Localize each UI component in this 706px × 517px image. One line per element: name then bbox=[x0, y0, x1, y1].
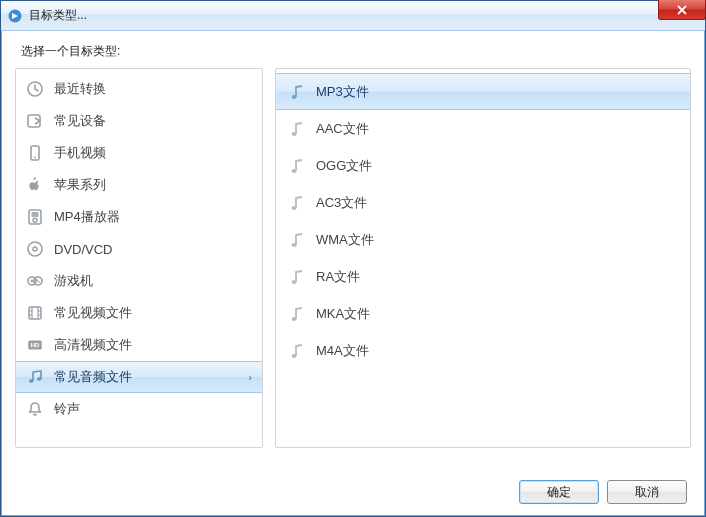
format-item[interactable]: OGG文件 bbox=[276, 147, 690, 184]
cancel-button[interactable]: 取消 bbox=[607, 480, 687, 504]
device-out-icon bbox=[26, 112, 44, 130]
title-bar: 目标类型... bbox=[1, 1, 705, 31]
music-note-icon bbox=[288, 120, 306, 138]
format-label: MKA文件 bbox=[316, 305, 370, 323]
chevron-right-icon: › bbox=[248, 371, 252, 383]
category-label: 常见视频文件 bbox=[54, 304, 132, 322]
category-item[interactable]: DVD/VCD bbox=[16, 233, 262, 265]
format-list: MP3文件AAC文件OGG文件AC3文件WMA文件RA文件MKA文件M4A文件 bbox=[276, 69, 690, 373]
category-label: 游戏机 bbox=[54, 272, 93, 290]
player-icon bbox=[26, 208, 44, 226]
bell-icon bbox=[26, 400, 44, 418]
format-label: AAC文件 bbox=[316, 120, 369, 138]
phone-icon bbox=[26, 144, 44, 162]
format-label: MP3文件 bbox=[316, 83, 369, 101]
category-label: DVD/VCD bbox=[54, 242, 113, 257]
category-label: 最近转换 bbox=[54, 80, 106, 98]
category-item[interactable]: 苹果系列 bbox=[16, 169, 262, 201]
category-panel: 最近转换常见设备手机视频苹果系列MP4播放器DVD/VCD游戏机常见视频文件高清… bbox=[15, 68, 263, 448]
category-item[interactable]: 铃声 bbox=[16, 393, 262, 425]
close-icon bbox=[677, 5, 687, 15]
music-note-icon bbox=[288, 83, 306, 101]
music-note-icon bbox=[288, 231, 306, 249]
category-label: 手机视频 bbox=[54, 144, 106, 162]
category-list: 最近转换常见设备手机视频苹果系列MP4播放器DVD/VCD游戏机常见视频文件高清… bbox=[16, 69, 262, 429]
category-item[interactable]: 手机视频 bbox=[16, 137, 262, 169]
category-label: 常见音频文件 bbox=[54, 368, 132, 386]
category-item[interactable]: 游戏机 bbox=[16, 265, 262, 297]
format-label: M4A文件 bbox=[316, 342, 369, 360]
window-title: 目标类型... bbox=[29, 7, 87, 24]
format-item[interactable]: MKA文件 bbox=[276, 295, 690, 332]
format-panel: MP3文件AAC文件OGG文件AC3文件WMA文件RA文件MKA文件M4A文件 bbox=[275, 68, 691, 448]
format-label: RA文件 bbox=[316, 268, 360, 286]
hd-icon bbox=[26, 336, 44, 354]
music-note-icon bbox=[288, 194, 306, 212]
format-item[interactable]: M4A文件 bbox=[276, 332, 690, 369]
music-note-icon bbox=[288, 157, 306, 175]
category-item[interactable]: 常见音频文件› bbox=[16, 361, 262, 393]
format-item[interactable]: AAC文件 bbox=[276, 110, 690, 147]
close-button[interactable] bbox=[658, 0, 706, 20]
category-label: 苹果系列 bbox=[54, 176, 106, 194]
app-icon bbox=[7, 8, 23, 24]
format-item[interactable]: MP3文件 bbox=[276, 73, 690, 110]
category-label: MP4播放器 bbox=[54, 208, 120, 226]
format-item[interactable]: WMA文件 bbox=[276, 221, 690, 258]
format-label: WMA文件 bbox=[316, 231, 374, 249]
ok-button-label: 确定 bbox=[547, 484, 571, 501]
film-icon bbox=[26, 304, 44, 322]
ok-button[interactable]: 确定 bbox=[519, 480, 599, 504]
category-label: 铃声 bbox=[54, 400, 80, 418]
category-item[interactable]: 常见视频文件 bbox=[16, 297, 262, 329]
dialog-window: 目标类型... 选择一个目标类型: 最近转换常见设备手机视频苹果系列MP4播放器… bbox=[0, 0, 706, 517]
button-bar: 确定 取消 bbox=[15, 468, 691, 516]
music-icon bbox=[26, 368, 44, 386]
format-label: OGG文件 bbox=[316, 157, 372, 175]
cancel-button-label: 取消 bbox=[635, 484, 659, 501]
format-item[interactable]: RA文件 bbox=[276, 258, 690, 295]
gamepad-icon bbox=[26, 272, 44, 290]
category-item[interactable]: MP4播放器 bbox=[16, 201, 262, 233]
dialog-content: 选择一个目标类型: 最近转换常见设备手机视频苹果系列MP4播放器DVD/VCD游… bbox=[1, 31, 705, 516]
clock-icon bbox=[26, 80, 44, 98]
category-item[interactable]: 高清视频文件 bbox=[16, 329, 262, 361]
music-note-icon bbox=[288, 305, 306, 323]
instruction-label: 选择一个目标类型: bbox=[21, 43, 691, 60]
category-label: 高清视频文件 bbox=[54, 336, 132, 354]
music-note-icon bbox=[288, 268, 306, 286]
format-label: AC3文件 bbox=[316, 194, 367, 212]
apple-icon bbox=[26, 176, 44, 194]
category-item[interactable]: 最近转换 bbox=[16, 73, 262, 105]
format-item[interactable]: AC3文件 bbox=[276, 184, 690, 221]
panels: 最近转换常见设备手机视频苹果系列MP4播放器DVD/VCD游戏机常见视频文件高清… bbox=[15, 68, 691, 468]
music-note-icon bbox=[288, 342, 306, 360]
category-label: 常见设备 bbox=[54, 112, 106, 130]
category-item[interactable]: 常见设备 bbox=[16, 105, 262, 137]
disc-icon bbox=[26, 240, 44, 258]
